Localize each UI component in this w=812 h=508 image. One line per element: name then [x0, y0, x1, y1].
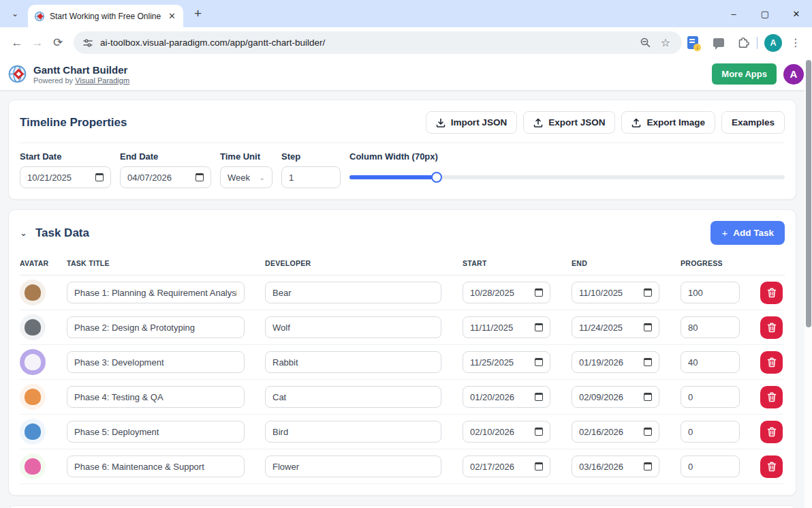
- progress-input[interactable]: [681, 421, 740, 443]
- doc-badge-icon: ↓: [693, 44, 701, 51]
- reload-icon[interactable]: ⟳: [48, 33, 68, 53]
- comment-icon[interactable]: [713, 38, 724, 47]
- browser-tab[interactable]: Start Working with Free Online ✕: [28, 5, 183, 27]
- developer-input[interactable]: [265, 386, 441, 408]
- task-title-input[interactable]: [67, 351, 245, 373]
- step-field: Step: [281, 151, 341, 188]
- calendar-icon[interactable]: [535, 428, 543, 436]
- end-date-input[interactable]: 02/16/2026: [572, 421, 659, 443]
- table-header: AVATAR TASK TITLE DEVELOPER START END PR…: [20, 255, 785, 275]
- task-title-input[interactable]: [67, 282, 245, 303]
- calendar-icon[interactable]: [535, 462, 543, 470]
- start-date-input[interactable]: 02/17/2026: [463, 455, 550, 477]
- minimize-button[interactable]: –: [718, 9, 749, 19]
- start-date-input[interactable]: 10/28/2025: [463, 282, 550, 303]
- forward-icon[interactable]: →: [27, 33, 48, 53]
- end-date-input[interactable]: 11/24/2025: [572, 316, 659, 338]
- user-avatar[interactable]: A: [783, 64, 804, 85]
- avatar: [20, 384, 46, 410]
- scrollbar-thumb[interactable]: [806, 60, 811, 327]
- export-image-button[interactable]: Export Image: [621, 111, 715, 134]
- progress-input[interactable]: [681, 351, 740, 373]
- start-date-input[interactable]: 02/10/2026: [463, 421, 550, 443]
- step-input[interactable]: [281, 166, 341, 188]
- start-date-input[interactable]: 01/20/2026: [463, 386, 550, 408]
- calendar-icon[interactable]: [535, 358, 543, 366]
- browser-menu-icon[interactable]: ⋮: [786, 36, 805, 49]
- calendar-icon[interactable]: [196, 173, 204, 181]
- back-icon[interactable]: ←: [7, 33, 27, 53]
- calendar-icon[interactable]: [644, 428, 652, 436]
- developer-input[interactable]: [265, 455, 441, 477]
- end-date-input[interactable]: 03/16/2026: [572, 455, 659, 477]
- end-date-input[interactable]: [120, 166, 211, 188]
- calendar-icon[interactable]: [644, 288, 652, 297]
- task-title-input[interactable]: [67, 386, 245, 408]
- tab-search-button[interactable]: ⌄: [6, 5, 24, 23]
- tab-favicon: [34, 11, 45, 22]
- delete-task-button[interactable]: [760, 351, 783, 374]
- export-json-button[interactable]: Export JSON: [523, 111, 615, 134]
- developer-input[interactable]: [265, 421, 441, 443]
- progress-input[interactable]: [681, 282, 740, 303]
- upload-icon: [533, 118, 543, 128]
- calendar-icon[interactable]: [644, 462, 652, 470]
- col-developer: DEVELOPER: [265, 259, 463, 267]
- task-title-input[interactable]: [67, 316, 245, 338]
- browser-profile-avatar[interactable]: A: [764, 34, 782, 52]
- slider-thumb[interactable]: [431, 172, 442, 183]
- extensions-icon[interactable]: [738, 37, 750, 49]
- cat-avatar: [25, 389, 41, 405]
- examples-button[interactable]: Examples: [721, 111, 785, 134]
- developer-input[interactable]: [265, 282, 441, 303]
- end-date-input[interactable]: 01/19/2026: [572, 351, 659, 373]
- url-text[interactable]: ai-toolbox.visual-paradigm.com/app/gantt…: [100, 38, 633, 48]
- reading-mode-icon[interactable]: ↓: [687, 36, 698, 49]
- task-title-input[interactable]: [67, 421, 245, 443]
- progress-input[interactable]: [681, 316, 740, 338]
- developer-input[interactable]: [265, 351, 441, 373]
- calendar-icon[interactable]: [95, 173, 104, 181]
- calendar-icon[interactable]: [535, 323, 543, 331]
- time-unit-select[interactable]: Week ⌄: [220, 166, 272, 188]
- start-date-input[interactable]: 11/25/2025: [463, 351, 550, 373]
- column-width-field: Column Width (70px): [349, 151, 785, 188]
- collapse-chevron-icon[interactable]: ⌄: [20, 228, 27, 238]
- close-button[interactable]: ✕: [781, 9, 812, 19]
- tab-close-icon[interactable]: ✕: [167, 11, 177, 21]
- calendar-icon[interactable]: [644, 358, 652, 366]
- address-bar[interactable]: ai-toolbox.visual-paradigm.com/app/gantt…: [74, 31, 682, 54]
- zoom-out-icon[interactable]: [640, 37, 651, 48]
- calendar-icon[interactable]: [644, 393, 652, 401]
- progress-input[interactable]: [681, 455, 740, 477]
- visual-paradigm-link[interactable]: Visual Paradigm: [75, 76, 129, 85]
- progress-input[interactable]: [681, 386, 740, 408]
- col-start: START: [463, 259, 572, 267]
- task-title-input[interactable]: [67, 455, 245, 477]
- column-width-slider[interactable]: [349, 175, 785, 179]
- delete-task-button[interactable]: [760, 282, 783, 304]
- developer-input[interactable]: [265, 316, 441, 338]
- avatar: [20, 349, 46, 375]
- calendar-icon[interactable]: [644, 323, 652, 331]
- page-scrollbar[interactable]: [805, 58, 812, 508]
- site-settings-icon[interactable]: [82, 38, 93, 48]
- avatar: [20, 419, 46, 445]
- delete-task-button[interactable]: [760, 421, 783, 443]
- calendar-icon[interactable]: [535, 288, 543, 297]
- more-apps-button[interactable]: More Apps: [712, 63, 777, 85]
- end-date-input[interactable]: 02/09/2026: [572, 386, 659, 408]
- bookmark-star-icon[interactable]: ☆: [658, 33, 673, 53]
- delete-task-button[interactable]: [760, 455, 783, 478]
- import-json-button[interactable]: Import JSON: [426, 111, 518, 134]
- maximize-button[interactable]: ▢: [749, 9, 781, 19]
- delete-task-button[interactable]: [760, 316, 783, 339]
- start-date-input[interactable]: 11/11/2025: [463, 316, 550, 338]
- delete-task-button[interactable]: [760, 386, 783, 408]
- new-tab-button[interactable]: +: [194, 6, 202, 21]
- start-date-input[interactable]: [20, 166, 111, 188]
- add-task-button[interactable]: + Add Task: [710, 221, 785, 245]
- browser-titlebar: ⌄ Start Working with Free Online ✕ + – ▢…: [0, 0, 812, 27]
- calendar-icon[interactable]: [535, 393, 543, 401]
- end-date-input[interactable]: 11/10/2025: [572, 282, 659, 303]
